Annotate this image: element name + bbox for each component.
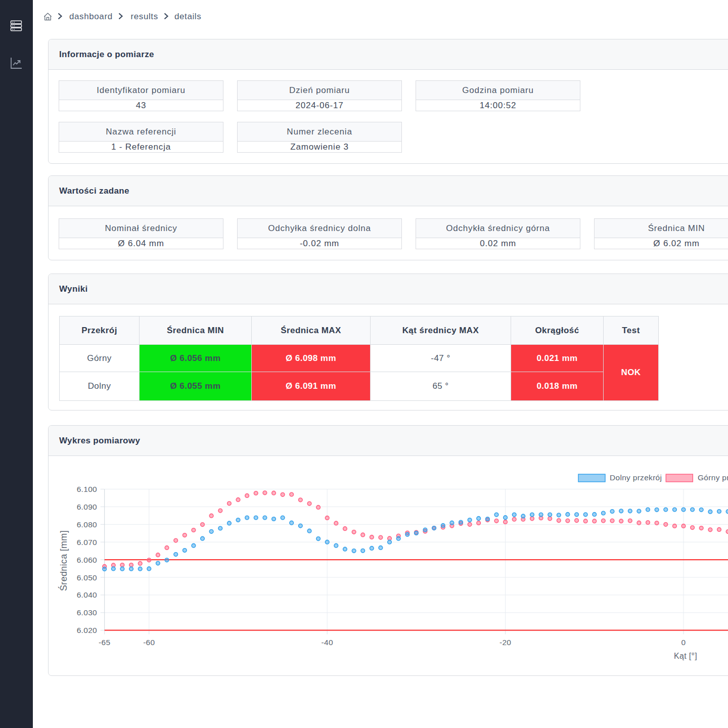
svg-text:Kąt [°]: Kąt [°] <box>674 652 697 660</box>
svg-text:-60: -60 <box>143 638 155 647</box>
svg-text:Dolny przekrój: Dolny przekrój <box>610 473 662 482</box>
svg-text:6.100: 6.100 <box>77 485 97 493</box>
svg-text:Górny przekrój: Górny przekrój <box>698 473 728 482</box>
svg-text:6.070: 6.070 <box>77 538 97 547</box>
svg-text:6.030: 6.030 <box>77 608 97 617</box>
svg-text:6.020: 6.020 <box>77 626 97 634</box>
svg-text:6.060: 6.060 <box>77 556 97 564</box>
svg-text:-20: -20 <box>499 638 511 647</box>
svg-text:6.090: 6.090 <box>77 503 97 511</box>
svg-text:6.050: 6.050 <box>77 573 97 582</box>
svg-text:-65: -65 <box>99 638 110 647</box>
svg-text:6.080: 6.080 <box>77 520 97 529</box>
svg-text:Średnica [mm]: Średnica [mm] <box>58 530 69 591</box>
svg-text:-40: -40 <box>322 638 333 647</box>
svg-text:0: 0 <box>681 638 686 647</box>
svg-text:6.040: 6.040 <box>77 590 97 599</box>
